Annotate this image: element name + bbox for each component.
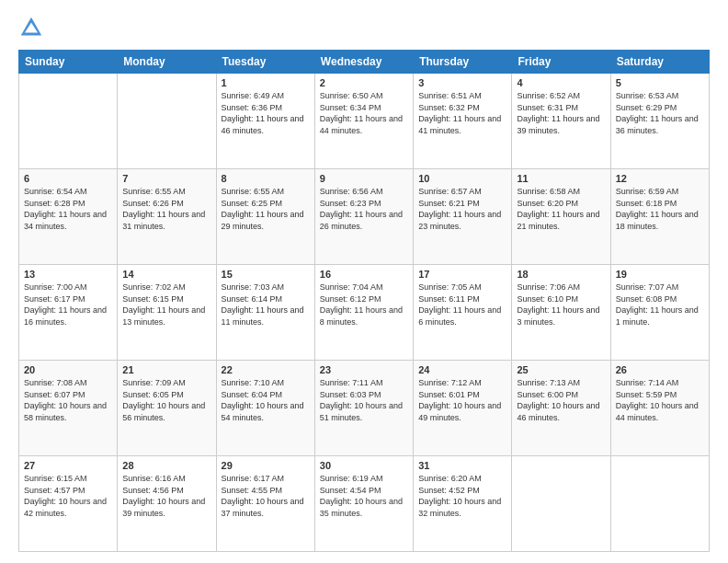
day-info: Sunrise: 6:16 AM Sunset: 4:56 PM Dayligh…: [122, 473, 210, 519]
day-info: Sunrise: 6:49 AM Sunset: 6:36 PM Dayligh…: [222, 90, 310, 136]
calendar-cell: [610, 456, 709, 552]
day-number: 18: [517, 269, 605, 280]
calendar-cell: 23 Sunrise: 7:11 AM Sunset: 6:03 PM Dayl…: [314, 361, 413, 456]
calendar-table: SundayMondayTuesdayWednesdayThursdayFrid…: [18, 50, 710, 552]
calendar-cell: 31 Sunrise: 6:20 AM Sunset: 4:52 PM Dayl…: [414, 456, 512, 552]
calendar-cell: 5 Sunrise: 6:53 AM Sunset: 6:29 PM Dayli…: [610, 74, 709, 169]
day-number: 11: [517, 173, 605, 184]
calendar-cell: 21 Sunrise: 7:09 AM Sunset: 6:05 PM Dayl…: [118, 361, 216, 456]
calendar-cell: 3 Sunrise: 6:51 AM Sunset: 6:32 PM Dayli…: [414, 74, 512, 169]
day-number: 19: [616, 269, 704, 280]
day-number: 24: [418, 364, 506, 375]
calendar-cell: 11 Sunrise: 6:58 AM Sunset: 6:20 PM Dayl…: [512, 169, 610, 265]
calendar-cell: 17 Sunrise: 7:05 AM Sunset: 6:11 PM Dayl…: [414, 265, 512, 361]
calendar-cell: 15 Sunrise: 7:03 AM Sunset: 6:14 PM Dayl…: [216, 265, 314, 361]
day-number: 8: [222, 173, 310, 184]
day-info: Sunrise: 6:52 AM Sunset: 6:31 PM Dayligh…: [517, 90, 605, 136]
calendar-cell: 10 Sunrise: 6:57 AM Sunset: 6:21 PM Dayl…: [414, 169, 512, 265]
day-info: Sunrise: 7:02 AM Sunset: 6:15 PM Dayligh…: [122, 282, 210, 327]
logo-icon: [18, 15, 44, 40]
day-info: Sunrise: 7:10 AM Sunset: 6:04 PM Dayligh…: [222, 377, 310, 423]
day-info: Sunrise: 6:55 AM Sunset: 6:26 PM Dayligh…: [122, 186, 210, 232]
header: [18, 15, 710, 40]
day-number: 23: [320, 364, 408, 375]
calendar-cell: 18 Sunrise: 7:06 AM Sunset: 6:10 PM Dayl…: [512, 265, 610, 361]
day-info: Sunrise: 6:57 AM Sunset: 6:21 PM Dayligh…: [418, 186, 506, 232]
day-info: Sunrise: 7:11 AM Sunset: 6:03 PM Dayligh…: [320, 377, 408, 423]
calendar-cell: 19 Sunrise: 7:07 AM Sunset: 6:08 PM Dayl…: [610, 265, 709, 361]
day-number: 26: [616, 364, 704, 375]
calendar-cell: 14 Sunrise: 7:02 AM Sunset: 6:15 PM Dayl…: [118, 265, 216, 361]
day-header: Saturday: [610, 51, 709, 74]
day-number: 29: [222, 460, 310, 471]
day-number: 28: [122, 460, 210, 471]
day-number: 30: [320, 460, 408, 471]
day-info: Sunrise: 6:15 AM Sunset: 4:57 PM Dayligh…: [24, 473, 112, 519]
day-info: Sunrise: 7:00 AM Sunset: 6:17 PM Dayligh…: [24, 282, 112, 327]
day-number: 15: [222, 269, 310, 280]
calendar-cell: 6 Sunrise: 6:54 AM Sunset: 6:28 PM Dayli…: [19, 169, 118, 265]
day-number: 25: [517, 364, 605, 375]
day-info: Sunrise: 6:54 AM Sunset: 6:28 PM Dayligh…: [24, 186, 112, 232]
calendar-cell: 20 Sunrise: 7:08 AM Sunset: 6:07 PM Dayl…: [19, 361, 118, 456]
day-info: Sunrise: 6:19 AM Sunset: 4:54 PM Dayligh…: [320, 473, 408, 519]
day-info: Sunrise: 6:17 AM Sunset: 4:55 PM Dayligh…: [222, 473, 310, 519]
day-number: 17: [418, 269, 506, 280]
day-info: Sunrise: 6:55 AM Sunset: 6:25 PM Dayligh…: [222, 186, 310, 232]
day-number: 21: [122, 364, 210, 375]
day-number: 22: [222, 364, 310, 375]
day-info: Sunrise: 7:04 AM Sunset: 6:12 PM Dayligh…: [320, 282, 408, 327]
day-info: Sunrise: 6:58 AM Sunset: 6:20 PM Dayligh…: [517, 186, 605, 232]
day-number: 31: [418, 460, 506, 471]
day-number: 2: [320, 77, 408, 88]
page: SundayMondayTuesdayWednesdayThursdayFrid…: [0, 0, 728, 563]
day-number: 14: [122, 269, 210, 280]
day-number: 6: [24, 173, 112, 184]
calendar-cell: 28 Sunrise: 6:16 AM Sunset: 4:56 PM Dayl…: [118, 456, 216, 552]
calendar-cell: 27 Sunrise: 6:15 AM Sunset: 4:57 PM Dayl…: [19, 456, 118, 552]
day-number: 12: [616, 173, 704, 184]
day-number: 20: [24, 364, 112, 375]
day-header: Monday: [118, 51, 216, 74]
calendar-cell: 8 Sunrise: 6:55 AM Sunset: 6:25 PM Dayli…: [216, 169, 314, 265]
calendar-cell: 22 Sunrise: 7:10 AM Sunset: 6:04 PM Dayl…: [216, 361, 314, 456]
calendar-cell: 30 Sunrise: 6:19 AM Sunset: 4:54 PM Dayl…: [314, 456, 413, 552]
calendar-cell: 9 Sunrise: 6:56 AM Sunset: 6:23 PM Dayli…: [314, 169, 413, 265]
calendar-cell: 2 Sunrise: 6:50 AM Sunset: 6:34 PM Dayli…: [314, 74, 413, 169]
day-info: Sunrise: 6:53 AM Sunset: 6:29 PM Dayligh…: [616, 90, 704, 136]
day-number: 13: [24, 269, 112, 280]
day-header: Thursday: [414, 51, 512, 74]
calendar-cell: 24 Sunrise: 7:12 AM Sunset: 6:01 PM Dayl…: [414, 361, 512, 456]
calendar-cell: [19, 74, 118, 169]
day-header: Friday: [512, 51, 610, 74]
calendar-cell: 25 Sunrise: 7:13 AM Sunset: 6:00 PM Dayl…: [512, 361, 610, 456]
day-info: Sunrise: 7:08 AM Sunset: 6:07 PM Dayligh…: [24, 377, 112, 423]
day-number: 10: [418, 173, 506, 184]
day-info: Sunrise: 7:12 AM Sunset: 6:01 PM Dayligh…: [418, 377, 506, 423]
calendar-cell: 12 Sunrise: 6:59 AM Sunset: 6:18 PM Dayl…: [610, 169, 709, 265]
day-info: Sunrise: 6:59 AM Sunset: 6:18 PM Dayligh…: [616, 186, 704, 232]
day-info: Sunrise: 7:03 AM Sunset: 6:14 PM Dayligh…: [222, 282, 310, 327]
day-info: Sunrise: 7:06 AM Sunset: 6:10 PM Dayligh…: [517, 282, 605, 327]
day-header: Wednesday: [314, 51, 413, 74]
day-info: Sunrise: 6:50 AM Sunset: 6:34 PM Dayligh…: [320, 90, 408, 136]
day-number: 5: [616, 77, 704, 88]
day-number: 7: [122, 173, 210, 184]
day-number: 1: [222, 77, 310, 88]
day-info: Sunrise: 6:20 AM Sunset: 4:52 PM Dayligh…: [418, 473, 506, 519]
day-number: 3: [418, 77, 506, 88]
day-info: Sunrise: 7:07 AM Sunset: 6:08 PM Dayligh…: [616, 282, 704, 327]
calendar-cell: [118, 74, 216, 169]
day-header: Sunday: [19, 51, 118, 74]
day-info: Sunrise: 7:13 AM Sunset: 6:00 PM Dayligh…: [517, 377, 605, 423]
day-info: Sunrise: 7:09 AM Sunset: 6:05 PM Dayligh…: [122, 377, 210, 423]
day-info: Sunrise: 7:14 AM Sunset: 5:59 PM Dayligh…: [616, 377, 704, 423]
calendar-cell: 1 Sunrise: 6:49 AM Sunset: 6:36 PM Dayli…: [216, 74, 314, 169]
day-info: Sunrise: 7:05 AM Sunset: 6:11 PM Dayligh…: [418, 282, 506, 327]
calendar-cell: 26 Sunrise: 7:14 AM Sunset: 5:59 PM Dayl…: [610, 361, 709, 456]
calendar-cell: 16 Sunrise: 7:04 AM Sunset: 6:12 PM Dayl…: [314, 265, 413, 361]
day-info: Sunrise: 6:51 AM Sunset: 6:32 PM Dayligh…: [418, 90, 506, 136]
day-number: 9: [320, 173, 408, 184]
day-header: Tuesday: [216, 51, 314, 74]
day-number: 16: [320, 269, 408, 280]
